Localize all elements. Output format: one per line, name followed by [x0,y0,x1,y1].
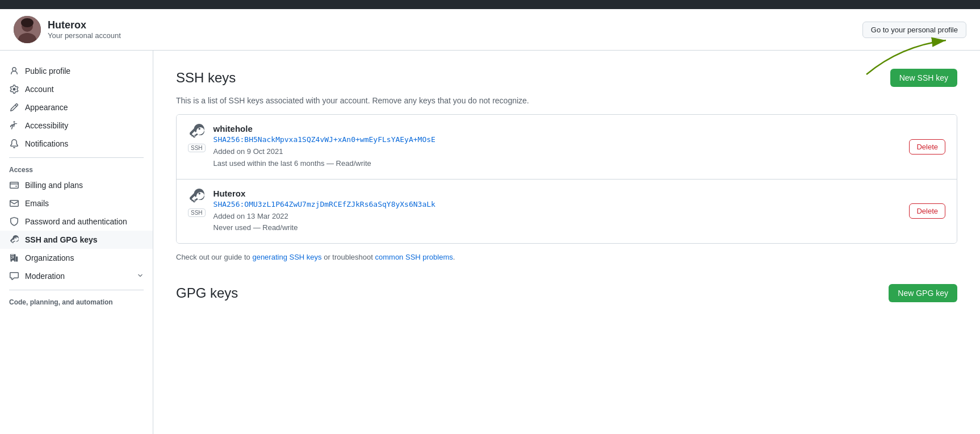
table-row: SSH Huterox SHA256:OMU3zL1P64ZwU7mzjDmRC… [177,180,957,244]
new-gpg-button[interactable]: New GPG key [889,284,957,302]
footer-suffix: . [453,253,455,261]
gpg-section-header: GPG keys New GPG key [176,284,957,302]
sidebar-label-public-profile: Public profile [25,66,70,76]
ssh-info-text: This is a list of SSH keys associated wi… [176,96,957,105]
credit-card-icon [9,180,19,190]
sidebar-item-emails[interactable]: Emails [0,194,153,212]
topbar [0,0,980,9]
sidebar-divider-1 [9,157,144,158]
header: Huterox Your personal account Go to your… [0,9,980,51]
sidebar-item-moderation[interactable]: Moderation [0,267,153,285]
sidebar-item-public-profile[interactable]: Public profile [0,62,153,80]
key-meta-2: Added on 13 Mar 2022 Never used — Read/w… [213,211,902,235]
avatar [14,16,41,43]
username: Huterox [48,19,121,31]
header-left: Huterox Your personal account [14,16,121,43]
key-icon-wrap-2: SSH [188,189,206,217]
sidebar-label-appearance: Appearance [25,103,68,112]
sidebar-item-appearance[interactable]: Appearance [0,98,153,116]
ssh-title: SSH keys [176,70,236,86]
sidebar-label-account: Account [25,85,54,94]
key-icon [9,235,19,245]
sidebar-label-billing: Billing and plans [25,181,83,190]
ssh-badge-1: SSH [188,144,206,152]
sidebar-label-notifications: Notifications [25,139,68,148]
key-icon-1 [189,124,204,141]
key-icon-2 [189,189,204,206]
bell-icon [9,139,19,149]
access-section-label: Access [0,162,153,176]
key-icon-wrap-1: SSH [188,124,206,152]
ssh-keys-container: SSH whitehole SHA256:BH5NackMpvxa1SQZ4vW… [176,114,957,244]
sidebar-item-ssh-gpg[interactable]: SSH and GPG keys [0,231,153,249]
key-last-used-1: Last used within the last 6 months — Rea… [213,159,371,168]
sidebar-item-billing[interactable]: Billing and plans [0,176,153,194]
key-name-2: Huterox [213,189,902,198]
table-row: SSH whitehole SHA256:BH5NackMpvxa1SQZ4vW… [177,115,957,180]
sidebar-item-accessibility[interactable]: Accessibility [0,116,153,135]
mail-icon [9,198,19,208]
org-icon [9,253,19,263]
sidebar-item-password[interactable]: Password and authentication [0,212,153,231]
common-ssh-problems-link[interactable]: common SSH problems [375,253,453,261]
pencil-icon [9,102,19,112]
sidebar-label-organizations: Organizations [25,253,74,262]
sidebar-item-organizations[interactable]: Organizations [0,249,153,267]
key-details-2: Huterox SHA256:OMU3zL1P64ZwU7mzjDmRCEfZJ… [213,189,902,235]
sidebar-label-password: Password and authentication [25,217,127,226]
ssh-section-header: SSH keys New SSH key [176,69,957,87]
code-section-label: Code, planning, and automation [0,295,153,308]
new-ssh-button[interactable]: New SSH key [890,69,957,87]
arrow-container: New SSH key [890,69,957,87]
shield-icon [9,216,19,227]
key-fingerprint-2: SHA256:OMU3zL1P64ZwU7mzjDmRCEfZJkRs6aSqY… [213,200,902,208]
gear-icon [9,84,19,94]
sidebar-divider-2 [9,290,144,290]
layout: Public profile Account Appearance Access… [0,51,980,434]
user-subtitle: Your personal account [48,31,121,40]
ssh-footer-text: Check out our guide to generating SSH ke… [176,253,957,261]
ssh-badge-2: SSH [188,208,206,217]
accessibility-icon [9,120,19,131]
key-added-1: Added on 9 Oct 2021 [213,147,283,156]
main-content: SSH keys New SSH key This is a list of S… [153,51,980,434]
generating-ssh-keys-link[interactable]: generating SSH keys [252,253,321,261]
key-details-1: whitehole SHA256:BH5NackMpvxa1SQZ4vWJ+xA… [213,124,902,170]
chevron-down-icon [137,272,144,281]
key-fingerprint-1: SHA256:BH5NackMpvxa1SQZ4vWJ+xAn0+wmEyFLs… [213,135,902,144]
footer-middle: or troubleshoot [322,253,375,261]
footer-prefix: Check out our guide to [176,253,252,261]
user-info: Huterox Your personal account [48,19,121,40]
key-meta-1: Added on 9 Oct 2021 Last used within the… [213,146,902,170]
person-icon [9,66,19,76]
sidebar-label-moderation: Moderation [25,272,65,281]
key-added-2: Added on 13 Mar 2022 [213,212,288,220]
key-last-used-2: Never used — Read/write [213,223,298,232]
sidebar: Public profile Account Appearance Access… [0,51,153,434]
sidebar-label-emails: Emails [25,199,49,208]
sidebar-label-accessibility: Accessibility [25,121,68,130]
key-name-1: whitehole [213,124,902,133]
gpg-title: GPG keys [176,285,238,301]
delete-button-2[interactable]: Delete [909,203,945,219]
sidebar-label-ssh-gpg: SSH and GPG keys [25,235,98,244]
profile-button[interactable]: Go to your personal profile [862,22,966,38]
sidebar-item-notifications[interactable]: Notifications [0,135,153,153]
delete-button-1[interactable]: Delete [909,139,945,155]
comment-icon [9,271,19,281]
sidebar-item-account[interactable]: Account [0,80,153,98]
